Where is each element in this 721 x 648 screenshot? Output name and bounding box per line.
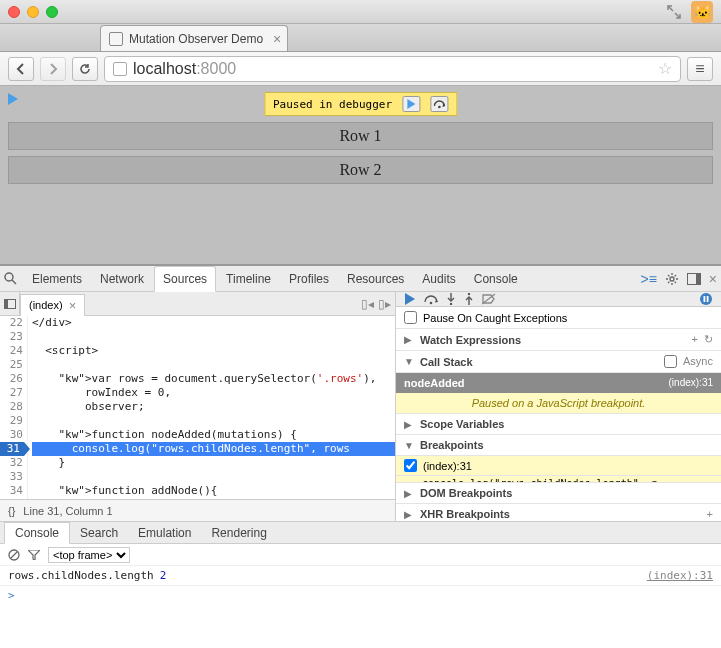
console-log-line[interactable]: rows.childNodes.length 2 (index):31 (0, 566, 721, 586)
drawer-tab-search[interactable]: Search (70, 523, 128, 543)
sources-panel: (index) × ▯◂ ▯▸ 222324252627282930313233… (0, 292, 396, 521)
toggle-drawer-icon[interactable]: >≡ (640, 271, 656, 287)
chevron-down-icon: ▼ (404, 440, 414, 451)
log-source-link[interactable]: (index):31 (647, 569, 713, 582)
add-xhr-bp-icon[interactable]: + (707, 508, 713, 520)
watch-section[interactable]: ▶ Watch Expressions +↻ (396, 329, 721, 351)
tab-title: Mutation Observer Demo (129, 32, 263, 46)
history-back-icon[interactable]: ▯◂ (361, 297, 374, 311)
devtools-tab-elements[interactable]: Elements (24, 267, 90, 291)
drawer-tab-console[interactable]: Console (4, 522, 70, 544)
async-checkbox[interactable] (664, 355, 677, 368)
debugger-toolbar (396, 292, 721, 307)
cursor-position: Line 31, Column 1 (23, 505, 112, 517)
devtools-tab-audits[interactable]: Audits (414, 267, 463, 291)
drawer-tabbar: Console Search Emulation Rendering (0, 522, 721, 544)
close-tab-button[interactable]: × (273, 31, 281, 47)
braces-icon[interactable]: {} (8, 505, 15, 517)
async-label: Async (683, 355, 713, 368)
deactivate-breakpoints-icon[interactable] (482, 293, 496, 305)
extension-icon[interactable]: 🐱 (691, 1, 713, 23)
callstack-frame[interactable]: nodeAdded (index):31 (396, 373, 721, 393)
page-rows: Row 1 Row 2 (8, 122, 713, 184)
source-file-name: (index) (29, 299, 63, 311)
breakpoint-location: (index):31 (423, 460, 472, 472)
window-titlebar: 🐱 (0, 0, 721, 24)
url-text: localhost:8000 (133, 60, 236, 78)
source-file-tabs: (index) × ▯◂ ▯▸ (0, 292, 395, 316)
code-content[interactable]: </div> <script> "kw">var rows = document… (28, 316, 395, 499)
chrome-menu-button[interactable]: ≡ (687, 57, 713, 81)
dom-breakpoints-section[interactable]: ▶ DOM Breakpoints (396, 483, 721, 504)
svg-rect-12 (707, 296, 709, 302)
drawer-tab-emulation[interactable]: Emulation (128, 523, 201, 543)
back-button[interactable] (8, 57, 34, 81)
close-window-button[interactable] (8, 6, 20, 18)
inspect-icon[interactable] (4, 272, 22, 285)
devtools-tab-profiles[interactable]: Profiles (281, 267, 337, 291)
svg-point-10 (700, 293, 712, 305)
step-into-icon[interactable] (446, 293, 456, 305)
svg-point-9 (468, 293, 470, 295)
add-watch-icon[interactable]: + (692, 333, 698, 346)
zoom-window-button[interactable] (46, 6, 58, 18)
scope-section[interactable]: ▶ Scope Variables (396, 414, 721, 435)
debugger-message: Paused in debugger (273, 98, 392, 111)
svg-point-2 (670, 277, 674, 281)
breakpoint-checkbox[interactable] (404, 459, 417, 472)
svg-rect-6 (5, 300, 8, 308)
resume-overlay-icon[interactable] (6, 92, 20, 106)
callstack-label: Call Stack (420, 356, 473, 368)
browser-tab[interactable]: Mutation Observer Demo × (100, 25, 288, 51)
pause-on-caught-row[interactable]: Pause On Caught Exceptions (396, 307, 721, 329)
resume-script-button[interactable] (404, 293, 416, 305)
step-over-icon[interactable] (424, 294, 438, 305)
paused-reason: Paused on a JavaScript breakpoint. (396, 393, 721, 414)
callstack-section[interactable]: ▼ Call Stack Async (396, 351, 721, 373)
devtools-tab-resources[interactable]: Resources (339, 267, 412, 291)
source-file-tab[interactable]: (index) × (20, 294, 85, 316)
chevron-down-icon: ▼ (404, 356, 414, 367)
devtools-tab-timeline[interactable]: Timeline (218, 267, 279, 291)
log-message: rows.childNodes.length (8, 569, 154, 582)
filter-icon[interactable] (28, 550, 40, 560)
forward-button[interactable] (40, 57, 66, 81)
console-prompt[interactable]: > (0, 586, 721, 605)
drawer-tab-rendering[interactable]: Rendering (201, 523, 276, 543)
paused-in-debugger-bar: Paused in debugger (264, 92, 457, 116)
reload-button[interactable] (72, 57, 98, 81)
devtools-tab-console[interactable]: Console (466, 267, 526, 291)
close-file-tab-icon[interactable]: × (69, 298, 77, 313)
browser-toolbar: localhost:8000 ☆ ≡ (0, 52, 721, 86)
clear-console-icon[interactable] (8, 549, 20, 561)
minimize-window-button[interactable] (27, 6, 39, 18)
xhr-bp-label: XHR Breakpoints (420, 508, 510, 520)
settings-gear-icon[interactable] (665, 272, 679, 286)
refresh-watch-icon[interactable]: ↻ (704, 333, 713, 346)
fullscreen-icon[interactable] (667, 5, 681, 19)
chevron-right-icon: ▶ (404, 334, 414, 345)
devtools-tab-network[interactable]: Network (92, 267, 152, 291)
step-out-icon[interactable] (464, 293, 474, 305)
devtools-close-icon[interactable]: × (709, 271, 717, 287)
bookmark-star-icon[interactable]: ☆ (658, 59, 672, 78)
svg-rect-11 (704, 296, 706, 302)
dock-side-icon[interactable] (687, 273, 701, 285)
line-gutter[interactable]: 22232425262728293031323334353637 (0, 316, 28, 499)
breakpoint-item[interactable]: (index):31 (396, 456, 721, 476)
address-bar[interactable]: localhost:8000 ☆ (104, 56, 681, 82)
pause-on-caught-label: Pause On Caught Exceptions (423, 312, 567, 324)
devtools-tab-sources[interactable]: Sources (154, 266, 216, 292)
step-over-button[interactable] (430, 96, 448, 112)
code-editor[interactable]: 22232425262728293031323334353637 </div> … (0, 316, 395, 499)
show-navigator-icon[interactable] (0, 292, 20, 315)
editor-status-bar: {} Line 31, Column 1 (0, 499, 395, 521)
frame-selector[interactable]: <top frame> (48, 547, 130, 563)
breakpoints-section[interactable]: ▼ Breakpoints (396, 435, 721, 456)
pause-on-caught-checkbox[interactable] (404, 311, 417, 324)
resume-button[interactable] (402, 96, 420, 112)
watch-label: Watch Expressions (420, 334, 521, 346)
history-fwd-icon[interactable]: ▯▸ (378, 297, 391, 311)
pause-exceptions-icon[interactable] (699, 292, 713, 306)
traffic-lights (8, 6, 58, 18)
